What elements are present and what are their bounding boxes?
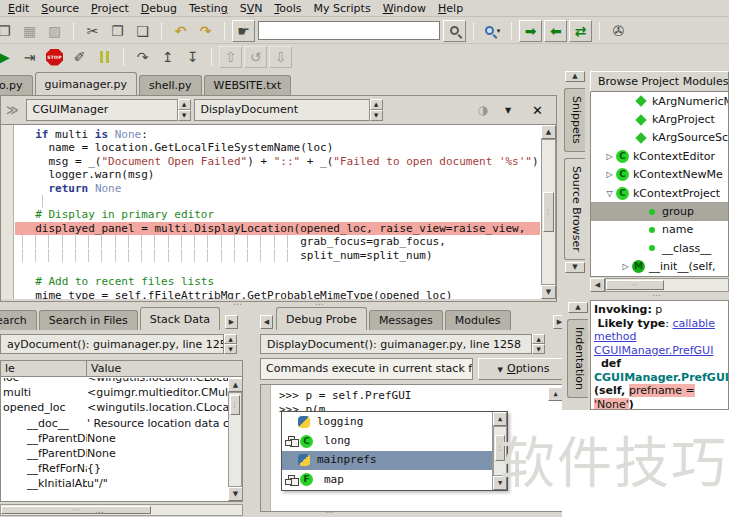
menu-edit[interactable]: Edit xyxy=(2,1,35,16)
table-row[interactable]: multi<guimgr.multieditor.CMult xyxy=(1,386,228,401)
reset-stack-frame-icon[interactable]: ↺ xyxy=(244,46,267,68)
scrollbar-thumb[interactable]: ⋮ xyxy=(543,192,554,232)
scrollbar-track[interactable]: ⋮ xyxy=(228,392,242,487)
step-into-icon[interactable]: ↧ xyxy=(181,46,204,68)
spin-up-icon[interactable]: ▲ xyxy=(370,99,383,110)
stop-debug-icon[interactable]: STOP xyxy=(43,46,66,68)
breakpoint-gutter[interactable] xyxy=(1,125,14,299)
editor-vertical-scrollbar[interactable]: ▲ ⋮ ▼ xyxy=(541,125,556,299)
spin-down-icon[interactable]: ▼ xyxy=(532,344,545,354)
scope-combo[interactable]: CGUIManager xyxy=(26,99,178,121)
scroll-down-icon[interactable]: ▼ xyxy=(228,487,243,501)
spin-up-icon[interactable]: ▲ xyxy=(178,99,191,110)
scrollbar-track[interactable]: ⋯ xyxy=(605,278,729,292)
tree-item-kcontextproject[interactable]: ▽CkContextProject xyxy=(591,184,728,202)
completion-item-long[interactable]: Clong xyxy=(282,431,507,450)
module-tree[interactable]: kArgNumericMokArgProjectkArgSourceScop▷C… xyxy=(590,92,729,277)
tabs-scroll-right-icon[interactable]: ▶ xyxy=(225,315,238,329)
tree-item-kargnumericmo[interactable]: kArgNumericMo xyxy=(591,92,728,110)
tab-io-py[interactable]: io.py xyxy=(0,75,33,95)
autocomplete-popup[interactable]: loggingClongmainprefsFmap ▲ ⋮ ▼ xyxy=(281,411,508,491)
table-row[interactable]: opened_loc<wingutils.location.CLocal xyxy=(1,401,228,416)
spin-down-icon[interactable]: ▼ xyxy=(224,344,237,354)
reuse-editor-toggle-icon[interactable]: ▦ xyxy=(18,20,41,42)
spin-up-icon[interactable]: ▲ xyxy=(224,334,237,344)
stack-frame-combo[interactable]: ayDocument(): guimanager.py, line 1258 xyxy=(0,334,224,354)
menu-testing[interactable]: Testing xyxy=(183,1,234,16)
scroll-up-icon[interactable]: ▲ xyxy=(541,125,556,139)
toggle-edit-mode-icon[interactable]: ▨ xyxy=(43,20,66,42)
tab-indentation[interactable]: Indentation xyxy=(567,319,588,398)
completion-item-mainprefs[interactable]: mainprefs xyxy=(282,451,507,470)
options-button[interactable]: ▼Options xyxy=(478,358,566,380)
tree-item-group[interactable]: group xyxy=(591,202,728,220)
table-row[interactable]: __fParentDir (None xyxy=(1,447,228,462)
cut-icon[interactable]: ✂ xyxy=(81,20,104,42)
table-row[interactable]: __doc__' Resource location data cl xyxy=(1,417,228,432)
table-vertical-scrollbar[interactable]: ▲ ⋮ ▼ xyxy=(228,378,242,501)
open-file-icon[interactable]: ❐ xyxy=(0,20,16,42)
splitter-grip[interactable]: ⋯ xyxy=(325,507,335,517)
scrollbar-track[interactable]: ⋮ xyxy=(541,139,556,285)
spin-up-icon[interactable]: ▲ xyxy=(532,334,545,344)
copy-icon[interactable]: ❐ xyxy=(106,20,129,42)
column-value[interactable]: Value xyxy=(87,361,125,376)
symbol-spinner[interactable]: ▲▼ xyxy=(370,99,383,121)
tree-item-kargsourcescop[interactable]: kArgSourceScop xyxy=(591,129,728,147)
scrollbar-thumb[interactable]: ⋯ xyxy=(606,280,664,290)
tabs-scroll-up-icon[interactable]: ▲ xyxy=(565,71,585,82)
completion-item-map[interactable]: Fmap xyxy=(282,470,507,489)
step-out-icon[interactable]: ↥ xyxy=(156,46,179,68)
probe-console[interactable]: >>> p = self.PrefGUI >>> p(m ▲ loggingCl… xyxy=(260,384,566,512)
step-over-icon[interactable]: ↷ xyxy=(131,46,154,68)
scroll-left-icon[interactable]: ◀ xyxy=(590,278,605,292)
up-stack-frame-icon[interactable]: ⇧ xyxy=(219,46,242,68)
splitter-grip[interactable]: ⋯ xyxy=(95,507,105,517)
tabs-scroll-up-icon[interactable]: ▲ xyxy=(568,302,588,313)
popup-scrollbar[interactable]: ▲ ⋮ ▼ xyxy=(492,412,507,490)
tab-messages[interactable]: Messages xyxy=(369,310,443,330)
splitter-grip[interactable]: ⋯ xyxy=(233,299,243,309)
menu-svn[interactable]: SVN xyxy=(234,1,269,16)
overflow-chevron-icon[interactable]: ≫ xyxy=(6,103,19,117)
scroll-up-icon[interactable]: ▲ xyxy=(228,378,243,392)
scripts-icon[interactable]: ✇ xyxy=(607,20,630,42)
tab-earch[interactable]: earch xyxy=(0,310,37,330)
debug-continue-icon[interactable]: ▶ xyxy=(0,46,16,68)
scrollbar-track[interactable]: ⋮ xyxy=(493,426,507,476)
menu-my-scripts[interactable]: My Scripts xyxy=(308,1,377,16)
edit-breakpoint-icon[interactable]: ✐ xyxy=(68,46,91,68)
visit-previous-point-icon[interactable]: ➡ xyxy=(544,20,567,42)
spin-down-icon[interactable]: ▼ xyxy=(178,110,191,121)
run-to-cursor-icon[interactable]: ⇥ xyxy=(18,46,41,68)
variables-table[interactable]: le Value loc<wingutils.location.CLocalmu… xyxy=(0,360,243,502)
menu-tools[interactable]: Tools xyxy=(268,1,307,16)
symbol-combo[interactable]: DisplayDocument xyxy=(194,99,370,121)
commands-note-field[interactable]: Commands execute in current stack fr xyxy=(260,358,473,380)
tab-stack-data[interactable]: Stack Data xyxy=(140,307,220,330)
visit-history-icon[interactable]: ⇄ xyxy=(569,20,592,42)
completion-item-logging[interactable]: logging xyxy=(282,412,507,431)
pause-debug-icon[interactable] xyxy=(93,46,116,68)
close-panel-icon[interactable]: ✕ xyxy=(532,103,543,118)
table-row[interactable]: __fParentDir (None xyxy=(1,432,228,447)
tree-item-kcontexteditor[interactable]: ▷CkContextEditor xyxy=(591,147,728,165)
expander-closed-icon[interactable]: ▷ xyxy=(619,262,632,271)
scope-spinner[interactable]: ▲▼ xyxy=(178,99,191,121)
visit-next-point-icon[interactable]: ➡ xyxy=(519,20,542,42)
menu-window[interactable]: Window xyxy=(377,1,432,16)
down-stack-frame-icon[interactable]: ⇩ xyxy=(269,46,292,68)
tab-modules[interactable]: Modules xyxy=(445,310,511,330)
expander-open-icon[interactable]: ▽ xyxy=(603,189,616,198)
table-row[interactable]: loc<wingutils.location.CLocal xyxy=(1,378,228,386)
column-variable[interactable]: le xyxy=(1,361,87,376)
menu-help[interactable]: Help xyxy=(432,1,469,16)
redo-icon[interactable]: ↷ xyxy=(194,20,217,42)
probe-frame-spinner[interactable]: ▲▼ xyxy=(532,334,545,354)
tree-item-name[interactable]: name xyxy=(591,221,728,239)
browse-scope-button[interactable]: Browse Project Modules xyxy=(590,71,729,92)
table-row[interactable]: __fRefForNam{} xyxy=(1,462,228,477)
scroll-down-icon[interactable]: ▼ xyxy=(541,285,556,299)
expander-closed-icon[interactable]: ▷ xyxy=(603,170,616,179)
tree-item-kargproject[interactable]: kArgProject xyxy=(591,110,728,128)
